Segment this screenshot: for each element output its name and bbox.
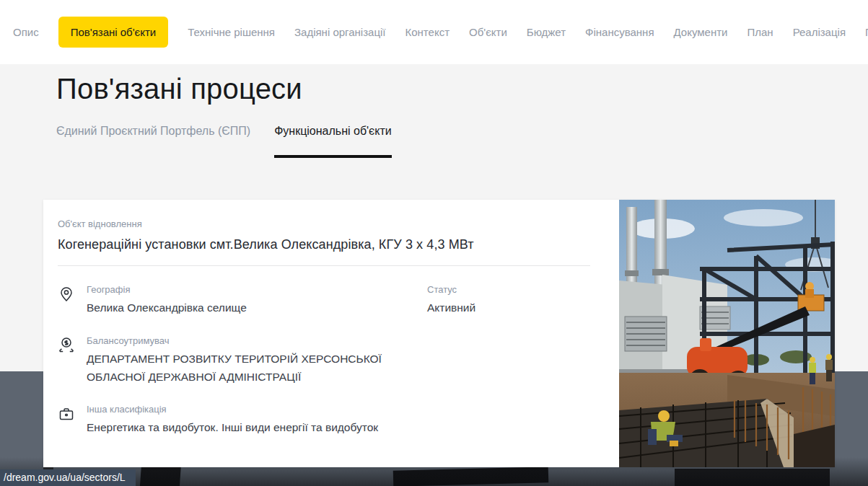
nav-item-obiekty[interactable]: Об'єкти [469,26,507,38]
field-label: Статус [427,284,475,295]
nav-item-opys[interactable]: Опис [13,26,39,38]
briefcase-icon [58,405,75,423]
field-value: ДЕПАРТАМЕНТ РОЗВИТКУ ТЕРИТОРІЙ ХЕРСОНСЬК… [87,350,398,386]
link-preview-statusbar: /dream.gov.ua/ua/sectors/L [0,469,136,486]
status-value: Активний [427,299,475,317]
nav-item-finansuvannia[interactable]: Фінансування [585,26,654,38]
nav-item-halereia[interactable]: Галерея [865,26,868,38]
field-status: Статус Активний [427,284,590,317]
nav-item-kontekst[interactable]: Контекст [405,26,450,38]
nav-item-biudzhet[interactable]: Бюджет [527,26,566,38]
field-label: Балансоутримувач [87,335,398,346]
card-divider [58,265,590,266]
project-tabs-nav: Опис Пов'язані об'єкти Технічне рішення … [0,0,868,64]
subtab-functional-objects[interactable]: Функціональні об'єкти [274,125,392,158]
location-pin-icon [58,286,75,303]
field-classification: Інша класифікація Енергетика та видобуто… [58,404,427,437]
related-processes-subtabs: Єдиний Проєктний Портфель (ЄПП) Функціон… [56,125,392,158]
nav-item-realizatsiia[interactable]: Реалізація [793,26,846,38]
nav-item-plan[interactable]: План [747,26,773,38]
field-value: Велика Олександрівка селище [87,299,247,317]
nav-item-zadiiani-orhanizatsii[interactable]: Задіяні організації [294,26,386,38]
recovery-object-card-body: Об'єкт відновлення Когенераційні установ… [43,200,619,467]
subtab-single-project-portfolio[interactable]: Єдиний Проєктний Портфель (ЄПП) [56,125,250,158]
construction-photo [619,200,835,467]
field-label: Інша класифікація [87,404,378,415]
field-label: Географія [87,284,247,295]
field-value: Енергетика та видобуток. Інші види енерг… [87,419,378,437]
recovery-object-card[interactable]: Об'єкт відновлення Когенераційні установ… [43,200,835,467]
field-balance-holder: Балансоутримувач ДЕПАРТАМЕНТ РОЗВИТКУ ТЕ… [58,335,427,386]
field-geography: Географія Велика Олександрівка селище [58,284,427,317]
object-fields: Географія Велика Олександрівка селище Ст… [58,284,590,437]
nav-item-dokumenty[interactable]: Документи [674,26,728,38]
nav-item-poviazani-obiekty[interactable]: Пов'язані об'єкти [58,17,169,48]
page-title: Пов'язані процеси [56,73,302,105]
nav-item-tekhnichne-rishennia[interactable]: Технічне рішення [188,26,275,38]
object-type-label: Об'єкт відновлення [58,218,590,229]
money-receive-icon [58,337,75,354]
object-title: Когенераційні установки смт.Велика Олекс… [58,237,590,252]
